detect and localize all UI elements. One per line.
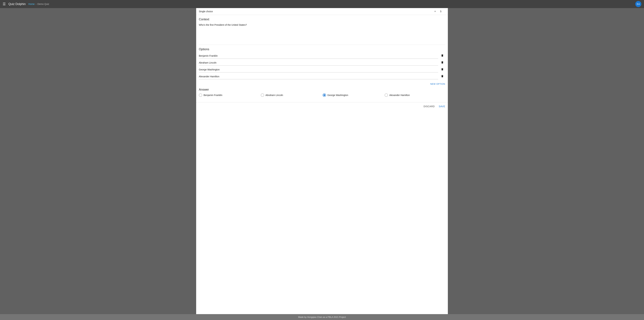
question-card: Single choice Multiple choice True/False…: [196, 8, 448, 314]
option-2-input-wrapper: [199, 60, 438, 66]
delete-option-4-button[interactable]: [440, 74, 445, 79]
option-4-input[interactable]: [199, 74, 438, 79]
breadcrumb-home-link[interactable]: Home: [28, 3, 34, 5]
action-row: DISCARD SAVE: [196, 102, 448, 110]
question-type-row: Single choice Multiple choice True/False…: [196, 8, 448, 15]
radio-btn-2[interactable]: [261, 93, 264, 97]
answer-section: Answer Benjamin Franklin Abraham Lincoln…: [196, 85, 448, 99]
option-row-1: [199, 53, 445, 59]
app-title: Quiz Dolphin: [8, 2, 26, 6]
question-type-dropdown-wrapper[interactable]: Single choice Multiple choice True/False…: [199, 10, 438, 13]
main-content: Single choice Multiple choice True/False…: [0, 8, 644, 314]
answer-option-3[interactable]: George Washington: [323, 93, 383, 97]
option-row-4: [199, 74, 445, 79]
trash-icon-4: [441, 75, 444, 78]
breadcrumb-current: Demo Quiz: [38, 3, 49, 5]
menu-icon[interactable]: ☰: [3, 2, 6, 6]
save-button[interactable]: SAVE: [439, 105, 445, 108]
options-section: Options: [196, 45, 448, 81]
answer-title: Answer: [199, 88, 445, 91]
delete-option-1-button[interactable]: [440, 53, 445, 59]
context-section: Context Who's the first President of the…: [196, 15, 448, 45]
footer-text: Made by Hongqiao Chen as a FBLA 2021 Pro…: [298, 316, 346, 318]
answer-option-1[interactable]: Benjamin Franklin: [199, 93, 260, 97]
radio-btn-3[interactable]: [323, 93, 326, 97]
answer-option-3-label: George Washington: [327, 94, 348, 96]
option-row-3: [199, 67, 445, 72]
answer-option-1-label: Benjamin Franklin: [204, 94, 222, 96]
footer: Made by Hongqiao Chen as a FBLA 2021 Pro…: [0, 314, 644, 320]
context-text[interactable]: Who's the first President of the United …: [199, 23, 445, 43]
options-title: Options: [199, 48, 445, 51]
option-3-input[interactable]: [199, 67, 438, 72]
answer-option-4[interactable]: Alexander Hamilton: [384, 93, 445, 97]
option-3-input-wrapper: [199, 67, 438, 72]
option-1-input[interactable]: [199, 53, 438, 59]
trash-icon-1: [441, 54, 444, 57]
answer-option-2[interactable]: Abraham Lincoln: [261, 93, 321, 97]
answer-option-2-label: Abraham Lincoln: [266, 94, 283, 96]
new-option-row: NEW OPTION: [196, 81, 448, 85]
discard-button[interactable]: DISCARD: [424, 105, 435, 108]
question-points: 5: [440, 10, 445, 13]
delete-option-2-button[interactable]: [440, 60, 445, 65]
context-title: Context: [199, 18, 445, 21]
radio-btn-1[interactable]: [199, 93, 202, 97]
answer-option-4-label: Alexander Hamilton: [389, 94, 410, 96]
new-option-button[interactable]: NEW OPTION: [430, 83, 445, 85]
delete-option-3-button[interactable]: [440, 67, 445, 72]
option-1-input-wrapper: [199, 53, 438, 59]
navbar: ☰ Quiz Dolphin Home › Demo Quiz EA: [0, 0, 644, 8]
breadcrumb-separator: ›: [36, 3, 36, 5]
question-type-select[interactable]: Single choice Multiple choice True/False…: [199, 10, 438, 13]
answer-options-row: Benjamin Franklin Abraham Lincoln George…: [199, 93, 445, 97]
option-4-input-wrapper: [199, 74, 438, 79]
option-2-input[interactable]: [199, 60, 438, 66]
option-row-2: [199, 60, 445, 66]
trash-icon-3: [441, 68, 444, 71]
trash-icon-2: [441, 61, 444, 64]
avatar[interactable]: EA: [635, 1, 641, 7]
breadcrumb: Home › Demo Quiz: [28, 3, 49, 5]
radio-btn-4[interactable]: [384, 93, 388, 97]
